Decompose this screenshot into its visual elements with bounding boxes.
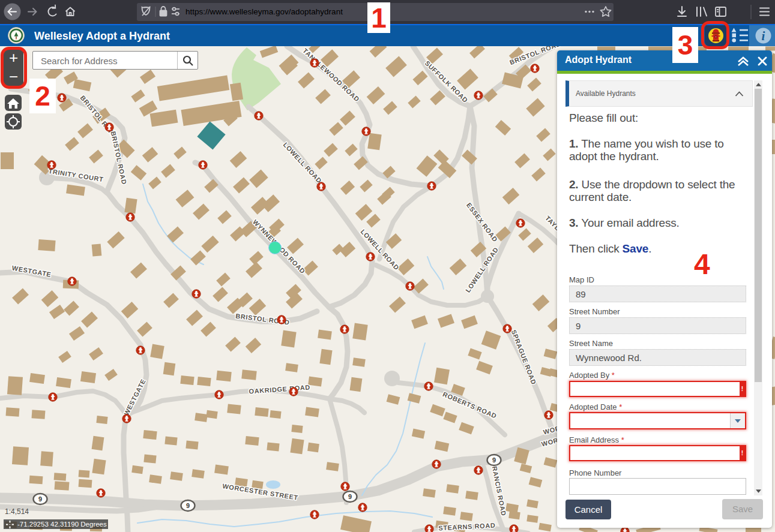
svg-text:9: 9	[492, 456, 496, 464]
svg-text:i: i	[762, 29, 765, 43]
svg-text:Wellesley Adopt a Hydrant: Wellesley Adopt a Hydrant	[34, 30, 170, 42]
svg-text:9: 9	[186, 502, 190, 509]
svg-text:9: 9	[348, 493, 352, 500]
svg-text:https://www.wellesleyma.gov/ad: https://www.wellesleyma.gov/adoptahydran…	[185, 7, 343, 16]
svg-text:9: 9	[38, 495, 42, 503]
